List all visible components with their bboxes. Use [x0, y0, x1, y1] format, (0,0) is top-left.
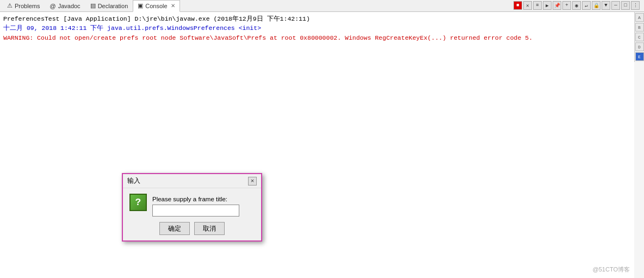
dialog-message: Please supply a frame title: — [152, 194, 239, 202]
dialog-text-input[interactable] — [152, 205, 239, 217]
dialog-overlay: 输入 × ? Please supply a frame title: 确定 取… — [0, 0, 644, 278]
dialog-content-row: ? Please supply a frame title: — [129, 194, 255, 217]
dialog-ok-button[interactable]: 确定 — [159, 222, 190, 235]
dialog-cancel-button[interactable]: 取消 — [194, 222, 225, 235]
question-icon: ? — [129, 194, 147, 211]
dialog-message-area: Please supply a frame title: — [152, 194, 239, 217]
dialog-title-bar: 输入 × — [123, 174, 261, 188]
dialog-close-button[interactable]: × — [248, 177, 257, 186]
dialog-title: 输入 — [127, 176, 140, 186]
dialog-body: ? Please supply a frame title: 确定 取消 — [123, 188, 261, 240]
dialog-button-row: 确定 取消 — [129, 222, 255, 235]
input-dialog: 输入 × ? Please supply a frame title: 确定 取… — [122, 173, 262, 242]
